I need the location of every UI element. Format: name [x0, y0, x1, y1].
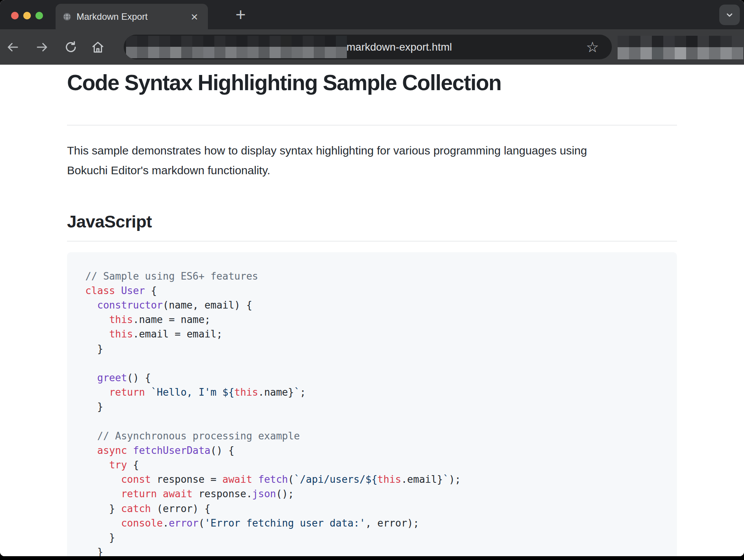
section-heading-javascript: JavaScript [67, 211, 677, 242]
home-button[interactable] [91, 40, 105, 54]
intro-paragraph: This sample demonstrates how to display … [67, 141, 677, 180]
home-icon [91, 40, 105, 54]
window-minimize-button[interactable] [23, 12, 31, 19]
reload-button[interactable] [64, 40, 78, 54]
window-maximize-button[interactable] [35, 12, 43, 19]
chevron-down-icon [724, 10, 735, 20]
back-button[interactable] [5, 40, 20, 54]
arrow-left-icon [5, 40, 20, 54]
address-bar[interactable]: markdown-export.html ☆ [124, 35, 612, 59]
document-content: Code Syntax Highlighting Sample Collecti… [67, 65, 677, 556]
new-tab-button[interactable]: + [231, 5, 251, 24]
page-viewport: Code Syntax Highlighting Sample Collecti… [0, 65, 744, 556]
window-close-button[interactable] [11, 12, 19, 19]
browser-toolbar: markdown-export.html ☆ [0, 29, 744, 65]
globe-favicon-icon [62, 12, 72, 21]
extensions-profile-blur[interactable] [618, 36, 743, 59]
tab-search-button[interactable] [719, 5, 740, 25]
reload-icon [64, 40, 78, 54]
tab-markdown-export[interactable]: Markdown Export × [56, 4, 208, 29]
tab-close-icon[interactable]: × [191, 11, 198, 23]
page-title: Code Syntax Highlighting Sample Collecti… [67, 68, 677, 126]
browser-window: Markdown Export × + [0, 0, 744, 556]
tab-title: Markdown Export [77, 11, 148, 22]
url-text[interactable]: markdown-export.html [346, 35, 452, 59]
forward-button[interactable] [35, 40, 49, 54]
code-block-javascript: // Sample using ES6+ featuresclass User … [67, 252, 677, 556]
arrow-right-icon [35, 40, 49, 54]
bookmark-star-icon[interactable]: ☆ [586, 40, 599, 54]
url-redacted-blur [126, 36, 347, 58]
tab-strip: Markdown Export × + [0, 0, 744, 29]
